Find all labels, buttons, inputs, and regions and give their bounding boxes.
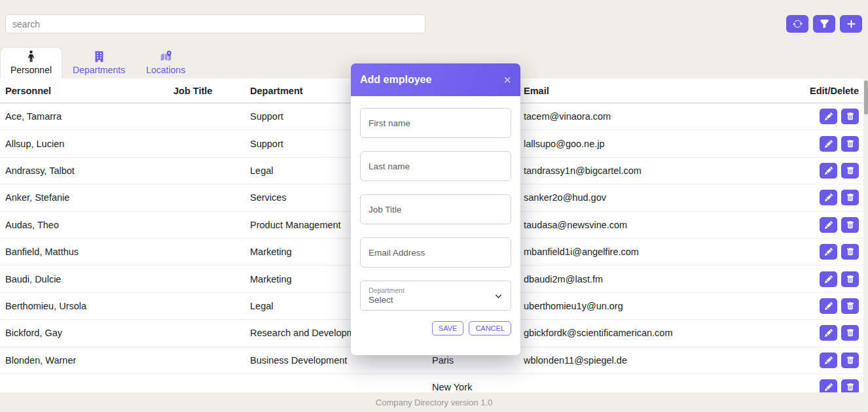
plus-icon — [846, 19, 856, 29]
cell-actions — [791, 352, 859, 368]
scrollbar[interactable] — [863, 77, 868, 412]
delete-button[interactable] — [841, 217, 859, 233]
tab-personnel[interactable]: Personnel — [0, 47, 62, 78]
cell-personnel: Allsup, Lucien — [5, 139, 173, 149]
modal-title: Add employee — [360, 74, 431, 86]
cell-email: tandrassy1n@bigcartel.com — [524, 165, 791, 176]
pencil-icon — [825, 275, 833, 283]
department-select[interactable]: Department Select — [360, 281, 511, 311]
toolbar — [786, 15, 862, 33]
pencil-icon — [825, 302, 833, 310]
cell-personnel: Audas, Theo — [5, 220, 173, 230]
pencil-icon — [825, 167, 833, 175]
edit-button[interactable] — [820, 379, 837, 392]
first-name-field[interactable] — [360, 108, 511, 138]
chevron-down-icon — [494, 292, 503, 300]
refresh-icon — [793, 19, 803, 29]
tab-departments[interactable]: Departments — [62, 47, 136, 78]
cell-personnel: Ace, Tamarra — [5, 111, 173, 122]
person-icon — [25, 50, 37, 63]
tab-label: Departments — [73, 65, 125, 75]
edit-button[interactable] — [820, 244, 837, 260]
pencil-icon — [825, 383, 833, 391]
delete-button[interactable] — [841, 271, 859, 287]
refresh-button[interactable] — [786, 15, 808, 33]
delete-button[interactable] — [841, 325, 859, 341]
add-button[interactable] — [840, 15, 862, 33]
delete-button[interactable] — [841, 109, 859, 124]
trash-icon — [846, 275, 854, 283]
job-title-field[interactable] — [360, 194, 511, 224]
cell-personnel: Berthomieu, Ursola — [5, 301, 173, 311]
filter-icon — [820, 19, 829, 29]
trash-icon — [846, 302, 854, 310]
edit-button[interactable] — [820, 190, 837, 205]
email-address-field[interactable] — [360, 237, 511, 267]
edit-button[interactable] — [820, 136, 837, 152]
delete-button[interactable] — [841, 190, 859, 205]
cell-actions — [791, 271, 859, 287]
map-location-icon — [160, 50, 172, 63]
cell-actions — [791, 325, 859, 341]
cell-actions — [791, 109, 859, 124]
cell-actions — [791, 136, 859, 152]
edit-button[interactable] — [820, 271, 837, 287]
department-select-label: Department — [369, 286, 405, 294]
cell-actions — [791, 244, 859, 260]
save-button[interactable]: SAVE — [432, 321, 464, 335]
pencil-icon — [825, 112, 833, 120]
col-header-actions: Edit/Delete — [791, 86, 859, 96]
cell-email: taudasa@newsvine.com — [524, 220, 791, 230]
scrollbar-thumb[interactable] — [864, 80, 868, 114]
edit-button[interactable] — [820, 352, 837, 368]
tab-locations[interactable]: Locations — [136, 47, 196, 78]
col-header-job-title: Job Title — [173, 86, 250, 96]
cell-actions — [791, 190, 859, 205]
col-header-personnel: Personnel — [5, 86, 173, 96]
tab-label: Personnel — [10, 65, 52, 75]
cell-email: dbaudi2m@last.fm — [524, 274, 791, 284]
close-icon[interactable]: × — [503, 73, 511, 86]
pencil-icon — [825, 140, 833, 148]
topbar — [0, 0, 868, 47]
app: { "colors": { "accent": "#6a5ae8", "acce… — [0, 0, 868, 412]
delete-button[interactable] — [841, 298, 859, 314]
cancel-button[interactable]: CANCEL — [469, 321, 511, 335]
table-row: New York — [0, 374, 868, 392]
trash-icon — [846, 329, 854, 337]
delete-button[interactable] — [841, 244, 859, 260]
footer: Company Directory version 1.0 — [0, 392, 868, 412]
delete-button[interactable] — [841, 136, 859, 152]
filter-button[interactable] — [813, 15, 835, 33]
cell-personnel: Andrassy, Talbot — [5, 165, 173, 176]
cell-email: gbickfordk@scientificamerican.com — [524, 328, 791, 338]
cell-actions — [791, 298, 859, 314]
trash-icon — [846, 221, 854, 229]
cell-email: lallsupo@goo.ne.jp — [524, 139, 791, 149]
col-header-email: Email — [524, 86, 791, 96]
search-input[interactable] — [5, 14, 425, 33]
delete-button[interactable] — [841, 379, 859, 392]
pencil-icon — [825, 356, 833, 364]
last-name-field[interactable] — [360, 151, 511, 181]
add-employee-modal: Add employee × Department Select SAVE CA… — [351, 63, 520, 355]
cell-actions — [791, 379, 859, 392]
edit-button[interactable] — [820, 217, 837, 233]
modal-actions: SAVE CANCEL — [360, 321, 511, 335]
cell-location: New York — [432, 382, 524, 392]
trash-icon — [846, 356, 854, 364]
trash-icon — [846, 112, 854, 120]
edit-button[interactable] — [820, 163, 837, 179]
trash-icon — [846, 194, 854, 201]
department-select-value: Select — [369, 295, 405, 305]
modal-header: Add employee × — [351, 63, 520, 96]
cell-department: Business Development — [250, 355, 432, 366]
edit-button[interactable] — [820, 325, 837, 341]
cell-email: tacem@vinaora.com — [524, 111, 791, 122]
edit-button[interactable] — [820, 298, 837, 314]
pencil-icon — [825, 221, 833, 229]
delete-button[interactable] — [841, 163, 859, 179]
delete-button[interactable] — [841, 352, 859, 368]
cell-email: uberthomieu1y@un.org — [524, 301, 791, 311]
edit-button[interactable] — [820, 109, 837, 124]
